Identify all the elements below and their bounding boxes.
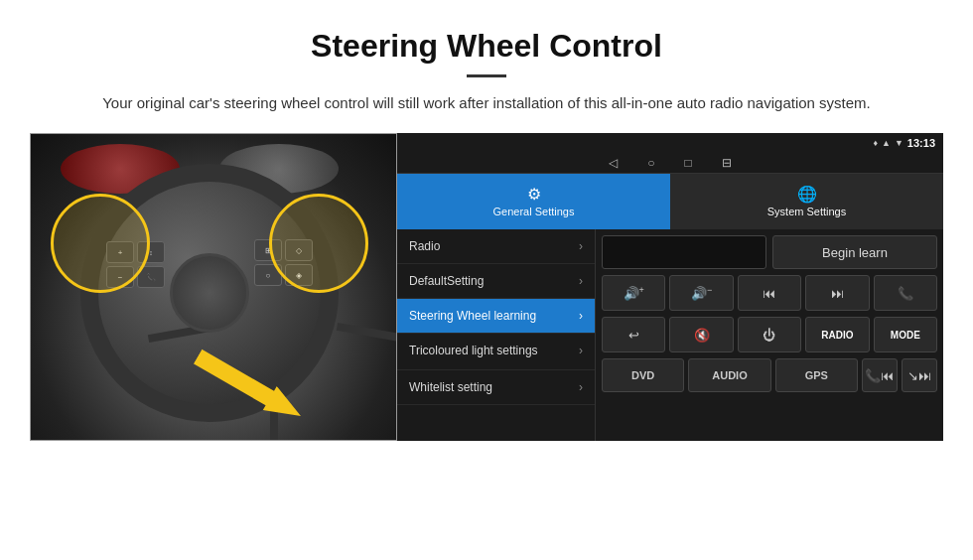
mode-label: MODE — [891, 330, 920, 341]
nav-recents-btn[interactable]: □ — [685, 156, 692, 170]
menu-arrow-radio: › — [579, 239, 583, 253]
bottom-buttons-row: DVD AUDIO GPS 📞⏮ ↘⏭ — [602, 358, 937, 392]
ctrl-vol-down[interactable]: 🔊− — [669, 275, 733, 311]
prev-track-icon: ⏮ — [763, 286, 775, 301]
general-settings-label: General Settings — [493, 206, 575, 217]
btn-gps[interactable]: GPS — [775, 358, 858, 392]
radio-label: RADIO — [821, 330, 853, 341]
content-area: + ↕ − 📞 ⊞ ◇ ○ ◈ ♦ ▲ — [0, 133, 973, 461]
highlight-circle-left — [51, 194, 150, 293]
ctrl-mute[interactable]: 🔇 — [669, 317, 733, 352]
android-panel: ♦ ▲ ▼ 13:13 ◁ ○ □ ⊟ ⚙ General Settings 🌐… — [397, 133, 943, 441]
arrow-container — [190, 372, 309, 400]
menu-arrow-tricoloured: › — [579, 344, 583, 359]
vol-down-icon: 🔊− — [691, 285, 712, 301]
system-settings-icon: 🌐 — [797, 185, 817, 204]
back-icon: ↩ — [628, 328, 639, 343]
status-bar: ♦ ▲ ▼ 13:13 — [397, 133, 943, 153]
menu-item-tricoloured-label: Tricoloured light settings — [409, 344, 538, 359]
settings-tabs: ⚙ General Settings 🌐 System Settings — [397, 174, 943, 229]
ctrl-prev-track[interactable]: ⏮ — [738, 275, 801, 311]
nav-home-btn[interactable]: ○ — [647, 156, 654, 170]
gps-label: GPS — [805, 369, 828, 381]
power-icon: ⏻ — [763, 328, 775, 343]
menu-arrow-steering: › — [579, 309, 583, 323]
right-panel: Begin learn 🔊+ 🔊− ⏮ ⏭ — [596, 229, 943, 441]
menu-item-steering[interactable]: Steering Wheel learning › — [397, 299, 595, 334]
dvd-label: DVD — [631, 369, 654, 381]
menu-item-radio-label: Radio — [409, 239, 440, 253]
ctrl-next-track[interactable]: ⏭ — [805, 275, 869, 311]
nav-back-btn[interactable]: ◁ — [609, 156, 618, 170]
settings-content: Radio › DefaultSetting › Steering Wheel … — [397, 229, 943, 441]
ctrl-call[interactable]: 📞 — [874, 275, 937, 311]
location-icon: ♦ — [873, 138, 878, 148]
ctrl-power[interactable]: ⏻ — [738, 317, 801, 352]
tab-system-settings[interactable]: 🌐 System Settings — [670, 174, 943, 229]
mute-icon: 🔇 — [694, 328, 710, 343]
nav-menu-btn[interactable]: ⊟ — [722, 156, 732, 170]
audio-label: AUDIO — [712, 369, 747, 381]
status-icons: ♦ ▲ ▼ — [873, 138, 903, 148]
title-divider — [467, 74, 506, 77]
ctrl-radio[interactable]: RADIO — [805, 317, 869, 352]
input-display-box — [602, 235, 766, 269]
menu-arrow-default: › — [579, 274, 583, 288]
menu-item-radio[interactable]: Radio › — [397, 229, 595, 264]
header-section: Steering Wheel Control Your original car… — [0, 0, 973, 133]
steering-wheel-center — [170, 253, 249, 333]
system-settings-label: System Settings — [767, 206, 846, 217]
car-image-panel: + ↕ − 📞 ⊞ ◇ ○ ◈ — [30, 133, 397, 441]
controls-grid-row2: ↩ 🔇 ⏻ RADIO MODE — [602, 317, 937, 352]
ctrl-back[interactable]: ↩ — [602, 317, 665, 352]
vol-up-icon: 🔊+ — [624, 285, 644, 301]
page-title: Steering Wheel Control — [60, 28, 913, 65]
menu-list: Radio › DefaultSetting › Steering Wheel … — [397, 229, 596, 441]
status-time: 13:13 — [907, 137, 935, 149]
menu-item-whitelist-label: Whitelist setting — [409, 380, 492, 394]
android-nav-bar: ◁ ○ □ ⊟ — [397, 153, 943, 174]
begin-learn-button[interactable]: Begin learn — [772, 235, 937, 269]
signal-icon: ▲ — [882, 138, 891, 148]
menu-item-whitelist[interactable]: Whitelist setting › — [397, 370, 595, 405]
controls-grid-row1: 🔊+ 🔊− ⏮ ⏭ 📞 — [602, 275, 937, 311]
highlight-circle-right — [269, 194, 368, 293]
skip-next-icon: ↘⏭ — [907, 368, 931, 383]
general-settings-icon: ⚙ — [527, 185, 541, 204]
btn-audio[interactable]: AUDIO — [688, 358, 770, 392]
menu-item-default[interactable]: DefaultSetting › — [397, 264, 595, 299]
tab-general-settings[interactable]: ⚙ General Settings — [397, 174, 670, 229]
subtitle-text: Your original car's steering wheel contr… — [60, 91, 913, 115]
call-prev-icon: 📞⏮ — [865, 368, 894, 383]
ctrl-mode[interactable]: MODE — [874, 317, 937, 352]
btn-skip-next[interactable]: ↘⏭ — [902, 358, 937, 392]
menu-item-default-label: DefaultSetting — [409, 274, 484, 288]
btn-dvd[interactable]: DVD — [602, 358, 684, 392]
call-icon: 📞 — [898, 286, 913, 301]
top-row: Begin learn — [602, 235, 937, 269]
menu-item-tricoloured[interactable]: Tricoloured light settings › — [397, 334, 595, 370]
btn-call-prev[interactable]: 📞⏮ — [862, 358, 898, 392]
ctrl-vol-up[interactable]: 🔊+ — [602, 275, 665, 311]
menu-item-steering-label: Steering Wheel learning — [409, 309, 536, 323]
menu-arrow-whitelist: › — [579, 380, 583, 394]
wifi-icon: ▼ — [895, 138, 904, 148]
next-track-icon: ⏭ — [831, 286, 844, 301]
